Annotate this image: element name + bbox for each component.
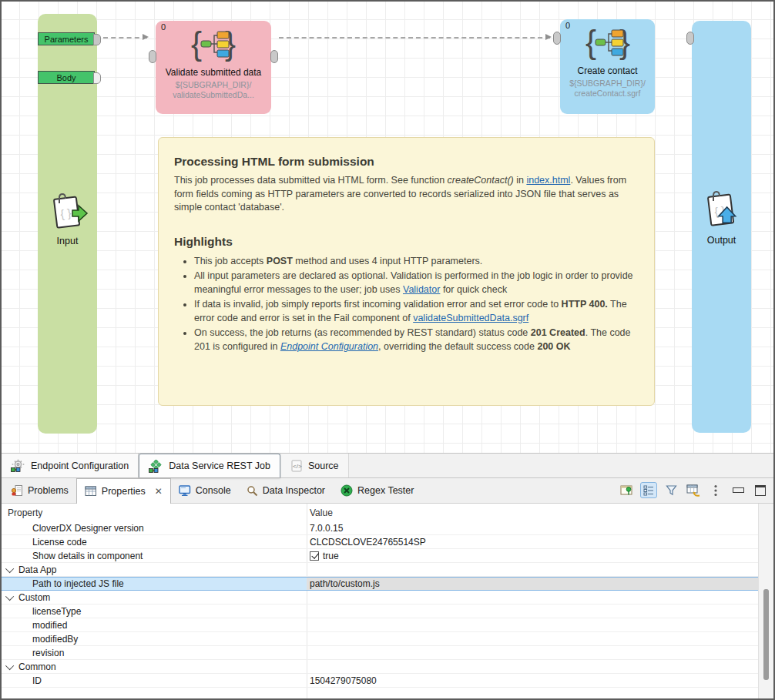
- tab-regex-tester[interactable]: Regex Tester: [333, 478, 421, 503]
- cloverdx-designer-window: Parameters Body { } Input 0: [0, 0, 775, 700]
- tab-console[interactable]: Console: [171, 478, 239, 503]
- port-parameters[interactable]: Parameters: [38, 32, 95, 45]
- chevron-down-icon[interactable]: [5, 661, 14, 669]
- property-label: revision: [32, 648, 64, 658]
- filter-button[interactable]: [663, 482, 679, 498]
- property-row[interactable]: modifiedBy: [2, 632, 758, 646]
- property-group-row[interactable]: Common: [2, 660, 758, 674]
- svg-text:{: {: [585, 25, 596, 60]
- input-bar[interactable]: Parameters Body { } Input: [38, 14, 97, 434]
- chevron-down-icon[interactable]: [5, 564, 14, 572]
- maximize-button[interactable]: [752, 482, 769, 498]
- property-row[interactable]: CloverDX Designer version7.0.0.15: [2, 521, 758, 535]
- port-body-label: Body: [56, 73, 75, 82]
- output-port-connector: [270, 50, 278, 63]
- graph-canvas[interactable]: Parameters Body { } Input 0: [2, 2, 773, 453]
- console-icon: [179, 485, 191, 497]
- output-bar-label: Output: [692, 235, 751, 246]
- note-intro: This job processes data submitted via HT…: [174, 174, 639, 215]
- property-value: CLCDSCLOVE24765514SP: [310, 537, 426, 548]
- property-value: path/to/custom.js: [310, 578, 380, 589]
- view-menu-icon: [713, 484, 718, 497]
- property-group-row[interactable]: Data App: [2, 563, 758, 577]
- svg-text:</>: </>: [293, 463, 302, 470]
- property-label: ID: [32, 675, 42, 686]
- note-link[interactable]: validateSubmittedData.sgrf: [413, 313, 528, 323]
- restore-defaults-button[interactable]: [685, 482, 702, 498]
- property-row[interactable]: ID1504279075080: [2, 674, 758, 688]
- note-link[interactable]: Validator: [403, 284, 440, 295]
- note-title: Processing HTML form submission: [174, 155, 639, 169]
- property-row[interactable]: Show details in componenttrue: [2, 549, 758, 563]
- vertical-scrollbar[interactable]: [758, 504, 773, 698]
- checkbox[interactable]: [310, 551, 319, 561]
- tab-problems[interactable]: Problems: [3, 478, 76, 503]
- note-highlights-title: Highlights: [174, 235, 639, 249]
- property-label: Path to injected JS file: [32, 578, 124, 589]
- property-label: modified: [32, 620, 67, 631]
- filter-icon: [666, 484, 677, 496]
- tab-endpoint-configuration[interactable]: Endpoint Configuration: [2, 454, 139, 477]
- note-highlights-list: This job accepts POST method and uses 4 …: [174, 255, 639, 354]
- node-subgraph-path: ${SUBGRAPH_DIR}/validateSubmittedDa...: [173, 80, 254, 100]
- tab-source[interactable]: </> Source: [280, 454, 349, 477]
- property-label: modifiedBy: [32, 634, 78, 645]
- property-label: Show details in component: [32, 551, 143, 561]
- property-row[interactable]: License codeCLCDSCLOVE24765514SP: [2, 535, 758, 549]
- subgraph-icon: { }: [190, 27, 237, 62]
- view-menu-button[interactable]: [707, 482, 724, 498]
- note-link[interactable]: Endpoint Configuration: [280, 341, 378, 352]
- property-row[interactable]: modified: [2, 618, 758, 632]
- property-label: License code: [32, 537, 87, 548]
- input-port-connector: [686, 32, 694, 45]
- tab-label: Problems: [28, 485, 69, 496]
- property-label: Custom: [18, 592, 50, 603]
- property-value: 1504279075080: [310, 675, 377, 686]
- note-highlight-item: If data is invalid, job simply reports f…: [194, 298, 639, 325]
- output-bar[interactable]: { } Output: [692, 21, 751, 433]
- pin-editor-icon: [620, 484, 633, 496]
- edge-validate-to-create[interactable]: [279, 37, 550, 39]
- note-highlight-item: All input parameters are declared as opt…: [194, 270, 639, 296]
- port-parameters-label: Parameters: [45, 35, 89, 44]
- tab-data-service-rest-job[interactable]: Data Service REST Job: [139, 454, 280, 477]
- property-group-row[interactable]: Custom: [2, 591, 758, 605]
- tab-data-inspector[interactable]: Data Inspector: [239, 478, 333, 503]
- port-body[interactable]: Body: [38, 71, 95, 84]
- scrollbar-thumb[interactable]: [763, 589, 769, 680]
- editor-tab-bar: Endpoint Configuration Data Service REST…: [2, 453, 773, 478]
- endpoint-configuration-icon: [11, 459, 25, 472]
- tab-properties[interactable]: Properties ✕: [76, 478, 171, 504]
- property-row[interactable]: revision: [2, 646, 758, 660]
- property-label: CloverDX Designer version: [32, 523, 144, 534]
- close-icon[interactable]: ✕: [155, 486, 163, 497]
- tab-label: Source: [308, 461, 339, 471]
- tab-label: Regex Tester: [357, 485, 414, 496]
- sticky-note[interactable]: Processing HTML form submission This job…: [158, 137, 655, 406]
- chevron-down-icon[interactable]: [5, 591, 14, 600]
- data-service-rest-job-icon: [149, 460, 163, 473]
- property-value: 7.0.0.15: [310, 523, 343, 534]
- port-connector: [93, 72, 101, 84]
- property-label: Data App: [18, 564, 56, 575]
- show-categories-button[interactable]: [640, 482, 657, 498]
- tab-label: Data Inspector: [263, 485, 325, 496]
- pin-editor-button[interactable]: [618, 482, 635, 498]
- minimize-button[interactable]: [730, 482, 746, 498]
- input-document-icon: { }: [47, 191, 89, 233]
- node-subgraph-path: ${SUBGRAPH_DIR}/createContact.sgrf: [569, 79, 646, 99]
- property-row[interactable]: Path to injected JS filepath/to/custom.j…: [2, 577, 758, 591]
- table-header: Property Value: [2, 504, 773, 521]
- edge-parameters-to-validate[interactable]: [103, 37, 147, 39]
- input-port-connector: [553, 32, 561, 45]
- checkmark-icon: [311, 551, 319, 559]
- input-port-connector: [149, 50, 156, 63]
- node-validate-submitted-data[interactable]: 0 { } Validate submitted data ${SUBGRAPH…: [156, 21, 271, 114]
- node-create-contact[interactable]: 0 { } Create contact ${SUBGRAPH_DIR}/cre…: [560, 19, 655, 114]
- maximize-icon: [755, 485, 766, 496]
- problems-icon: [11, 484, 23, 497]
- port-count-badge: 0: [161, 22, 166, 32]
- restore-defaults-icon: [686, 484, 701, 497]
- property-row[interactable]: licenseType: [2, 605, 758, 618]
- note-link[interactable]: index.html: [526, 175, 570, 186]
